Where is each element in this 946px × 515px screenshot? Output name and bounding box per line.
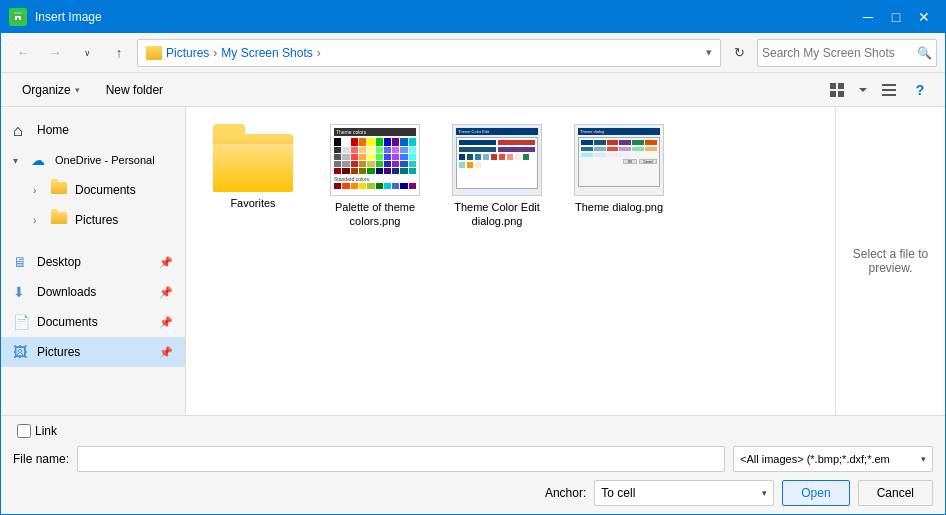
main-content: ⌂ Home ▾ ☁ OneDrive - Personal › Documen… [1,107,945,415]
address-folder-icon [146,46,162,60]
sidebar-item-documents[interactable]: › Documents [1,175,185,205]
onedrive-expand-icon: ▾ [13,155,25,166]
refresh-button[interactable]: ↻ [725,39,753,67]
sidebar-downloads-label: Downloads [37,285,96,299]
title-bar: Insert Image ─ □ ✕ [1,1,945,33]
bottom-bar: Link File name: <All images> (*.bmp;*.dx… [1,415,945,514]
forward-button[interactable]: → [41,39,69,67]
path-segment-pictures[interactable]: Pictures [166,46,209,60]
file-item-favorites[interactable]: Favorites [198,119,308,234]
sidebar-documents-label: Documents [75,183,136,197]
anchor-dropdown[interactable]: To cell ▾ [594,480,774,506]
anchor-label: Anchor: [545,486,586,500]
path-sep-2: › [317,46,321,60]
file-area: Favorites Theme colors Standard c [186,107,835,415]
documents-expand-icon: › [33,185,45,196]
address-bar: ← → ∨ ↑ Pictures › My Screen Shots › ▾ ↻… [1,33,945,73]
thumb-palette: Theme colors Standard colors: [330,124,420,196]
anchor-dropdown-arrow: ▾ [762,488,767,498]
large-icons-icon [829,82,845,98]
svg-rect-10 [882,84,896,86]
search-input[interactable] [762,46,917,60]
file-item-theme-dialog[interactable]: Theme dialog [564,119,674,234]
thumb-theme-dialog: Theme dialog [574,124,664,196]
svg-rect-0 [12,14,24,22]
up-button[interactable]: ↑ [105,39,133,67]
address-path: Pictures › My Screen Shots › [166,46,321,60]
sidebar-item-documents-quick[interactable]: 📄 Documents 📌 [1,307,185,337]
address-dropdown-arrow[interactable]: ▾ [706,46,712,59]
search-icon[interactable]: 🔍 [917,46,932,60]
toolbar: Organize ▾ New folder [1,73,945,107]
sidebar-item-onedrive[interactable]: ▾ ☁ OneDrive - Personal [1,145,185,175]
folder-documents-icon [51,182,69,198]
desktop-pin-icon: 📌 [159,256,173,269]
home-icon: ⌂ [13,122,31,138]
sidebar-item-downloads[interactable]: ⬇ Downloads 📌 [1,277,185,307]
path-segment-screenshots[interactable]: My Screen Shots [221,46,312,60]
new-folder-button[interactable]: New folder [97,77,172,103]
file-type-dropdown[interactable]: <All images> (*.bmp;*.dxf;*.em ▾ [733,446,933,472]
address-box[interactable]: Pictures › My Screen Shots › ▾ [137,39,721,67]
dropdown-button[interactable]: ∨ [73,39,101,67]
details-view-button[interactable] [875,77,903,103]
sidebar-documents-quick-label: Documents [37,315,98,329]
svg-rect-12 [882,94,896,96]
thumb-theme-edit: Theme Color Edit [452,124,542,196]
file-name-palette: Palette of theme colors.png [325,200,425,229]
dialog-container: Insert Image ─ □ ✕ ← → ∨ ↑ Pictures › My… [0,0,946,515]
maximize-button[interactable]: □ [883,4,909,30]
preview-text: Select a file to preview. [844,247,937,275]
sidebar: ⌂ Home ▾ ☁ OneDrive - Personal › Documen… [1,107,186,415]
sidebar-item-home[interactable]: ⌂ Home [1,115,185,145]
app-icon [9,8,27,26]
link-checkbox[interactable] [17,424,31,438]
cancel-button[interactable]: Cancel [858,480,933,506]
desktop-icon: 🖥 [13,254,31,270]
back-button[interactable]: ← [9,39,37,67]
sidebar-divider-1 [1,235,185,247]
sidebar-item-pictures-quick[interactable]: 🖼 Pictures 📌 [1,337,185,367]
preview-area: Select a file to preview. [835,107,945,415]
view-dropdown-arrow-icon [859,84,867,96]
open-button[interactable]: Open [782,480,849,506]
path-sep-1: › [213,46,217,60]
svg-marker-9 [859,88,867,92]
window-controls: ─ □ ✕ [855,4,937,30]
pictures-quick-pin-icon: 📌 [159,346,173,359]
file-name-input[interactable] [77,446,725,472]
sidebar-pictures-quick-label: Pictures [37,345,80,359]
view-dropdown-button[interactable] [855,77,871,103]
svg-rect-1 [14,12,22,14]
sidebar-home-label: Home [37,123,69,137]
link-label[interactable]: Link [35,424,57,438]
close-button[interactable]: ✕ [911,4,937,30]
sidebar-pictures-label: Pictures [75,213,118,227]
pictures-quick-icon: 🖼 [13,344,31,360]
downloads-icon: ⬇ [13,284,31,300]
svg-rect-6 [838,83,844,89]
folder-front [213,144,293,192]
file-name-theme-edit: Theme Color Edit dialog.png [447,200,547,229]
dialog-title: Insert Image [35,10,855,24]
sidebar-item-desktop[interactable]: 🖥 Desktop 📌 [1,247,185,277]
help-button[interactable]: ? [907,77,933,103]
anchor-text: To cell [601,486,758,500]
documents-quick-icon: 📄 [13,314,31,330]
file-name-row: File name: <All images> (*.bmp;*.dxf;*.e… [13,446,933,472]
anchor-row: Anchor: To cell ▾ Open Cancel [13,480,933,506]
file-item-theme-edit[interactable]: Theme Color Edit [442,119,552,234]
file-item-palette[interactable]: Theme colors Standard colors: [320,119,430,234]
sidebar-desktop-label: Desktop [37,255,81,269]
file-type-text: <All images> (*.bmp;*.dxf;*.em [740,453,917,465]
search-box[interactable]: 🔍 [757,39,937,67]
file-name-favorites: Favorites [230,196,275,210]
view-large-icon-button[interactable] [823,77,851,103]
toolbar-right: ? [823,77,933,103]
link-row: Link [13,424,933,438]
svg-rect-8 [838,91,844,97]
minimize-button[interactable]: ─ [855,4,881,30]
sidebar-item-pictures[interactable]: › Pictures [1,205,185,235]
svg-rect-4 [15,16,21,18]
organize-button[interactable]: Organize ▾ [13,77,89,103]
